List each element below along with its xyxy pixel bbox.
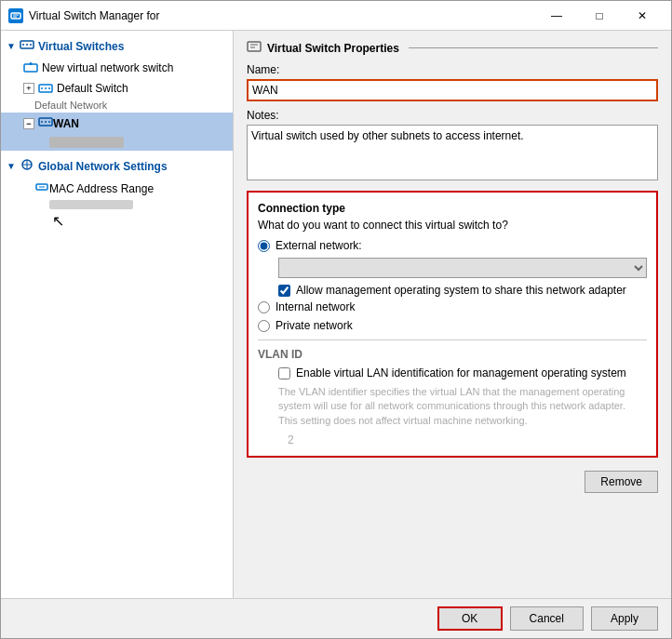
connection-type-box: Connection type What do you want to conn… <box>247 191 658 458</box>
internal-label: Internal network <box>276 300 355 313</box>
conn-subtitle: What do you want to connect this virtual… <box>258 219 647 232</box>
global-settings-section: ▼ Global Network Settings <box>1 154 233 212</box>
close-button[interactable]: ✕ <box>621 1 664 31</box>
right-panel: Virtual Switch Properties Name: Notes: V… <box>234 31 671 598</box>
wan-icon <box>38 115 53 131</box>
remove-button[interactable]: Remove <box>585 471 658 493</box>
vlan-section: VLAN ID Enable virtual LAN identificatio… <box>258 348 647 446</box>
virtual-switches-header[interactable]: ▼ Virtual Switches <box>1 34 233 58</box>
external-label: External network: <box>276 239 362 252</box>
vlan-enable-label: Enable virtual LAN identification for ma… <box>296 366 626 379</box>
main-content: ▼ Virtual Switches <box>1 31 671 598</box>
new-switch-icon <box>23 60 38 75</box>
private-radio[interactable] <box>258 320 270 332</box>
notes-wrapper: Virtual switch used by other subnets to … <box>247 125 658 183</box>
app-icon <box>8 8 23 23</box>
mac-address-item[interactable]: MAC Address Range <box>1 178 233 199</box>
default-switch-item[interactable]: + Default Switch <box>1 78 233 99</box>
vlan-enable-row: Enable virtual LAN identification for ma… <box>278 366 647 379</box>
internal-network-row: Internal network <box>258 300 647 313</box>
mac-icon <box>34 180 49 196</box>
apply-button[interactable]: Apply <box>591 606 658 631</box>
svg-rect-23 <box>248 42 261 51</box>
global-settings-icon <box>20 158 34 174</box>
notes-textarea[interactable]: Virtual switch used by other subnets to … <box>247 125 658 180</box>
notes-field-group: Notes: Virtual switch used by other subn… <box>247 109 658 183</box>
external-radio[interactable] <box>258 240 270 252</box>
title-text: Virtual Switch Manager for <box>29 9 535 22</box>
svg-point-16 <box>45 121 47 123</box>
maximize-button[interactable]: □ <box>578 1 621 31</box>
title-bar: Virtual Switch Manager for — □ ✕ <box>1 1 671 31</box>
notes-label: Notes: <box>247 109 658 122</box>
virtual-switches-label: Virtual Switches <box>38 40 124 53</box>
wan-sub-item <box>1 134 233 151</box>
svg-point-15 <box>41 121 43 123</box>
gs-chevron-icon: ▼ <box>7 161 16 171</box>
external-dropdown-row <box>278 258 647 278</box>
cursor-arrow-icon: ↖ <box>52 212 64 230</box>
svg-point-5 <box>26 44 28 46</box>
name-field-group: Name: <box>247 63 658 101</box>
svg-rect-7 <box>24 64 37 72</box>
private-network-row: Private network <box>258 319 647 332</box>
vlan-enable-checkbox[interactable] <box>278 367 290 379</box>
minimize-button[interactable]: — <box>535 1 578 31</box>
svg-point-6 <box>30 44 32 46</box>
private-label: Private network <box>276 319 353 332</box>
props-title: Virtual Switch Properties <box>247 40 658 56</box>
window-controls: — □ ✕ <box>535 1 664 31</box>
default-switch-icon <box>38 81 53 96</box>
allow-mgmt-label: Allow management operating system to sha… <box>296 284 626 297</box>
wan-sub-bar <box>49 137 124 148</box>
new-virtual-switch-item[interactable]: New virtual network switch <box>1 58 233 78</box>
main-window: Virtual Switch Manager for — □ ✕ ▼ <box>0 0 672 639</box>
svg-point-4 <box>22 44 24 46</box>
external-network-row: External network: <box>258 239 647 252</box>
cancel-button[interactable]: Cancel <box>510 606 584 631</box>
global-settings-label: Global Network Settings <box>38 160 168 173</box>
name-label: Name: <box>247 63 658 76</box>
new-switch-label: New virtual network switch <box>42 61 173 74</box>
default-switch-label: Default Switch <box>57 82 128 95</box>
vs-chevron-icon: ▼ <box>7 41 16 51</box>
svg-point-12 <box>45 87 47 89</box>
ok-button[interactable]: OK <box>437 606 503 631</box>
props-icon <box>247 40 262 56</box>
name-input[interactable] <box>247 79 658 101</box>
wan-item[interactable]: − WAN <box>1 113 233 134</box>
divider <box>258 339 647 340</box>
cursor-area: ↖ <box>1 212 233 240</box>
allow-mgmt-row: Allow management operating system to sha… <box>278 284 647 297</box>
svg-point-17 <box>48 121 50 123</box>
default-switch-group: + Default Switch Default Network <box>1 78 233 113</box>
svg-point-13 <box>48 87 50 89</box>
mac-sub-bar <box>1 199 233 212</box>
virtual-switches-icon <box>20 38 34 54</box>
vlan-value: 2 <box>288 433 647 446</box>
svg-rect-0 <box>11 13 20 19</box>
svg-point-11 <box>41 87 43 89</box>
allow-mgmt-checkbox[interactable] <box>278 285 290 297</box>
wan-label: WAN <box>53 117 79 130</box>
default-switch-sub: Default Network <box>1 99 233 113</box>
vlan-title: VLAN ID <box>258 348 647 361</box>
default-switch-expand[interactable]: + <box>23 83 34 94</box>
wan-expand[interactable]: − <box>23 118 34 129</box>
internal-radio[interactable] <box>258 301 270 313</box>
vlan-description: The VLAN identifier specifies the virtua… <box>278 385 647 428</box>
mac-address-label: MAC Address Range <box>49 182 154 195</box>
left-panel: ▼ Virtual Switches <box>1 31 234 598</box>
external-network-select[interactable] <box>278 258 647 278</box>
remove-area: Remove <box>247 471 658 493</box>
conn-title: Connection type <box>258 202 647 215</box>
footer: OK Cancel Apply <box>1 598 671 638</box>
global-settings-header[interactable]: ▼ Global Network Settings <box>1 154 233 178</box>
